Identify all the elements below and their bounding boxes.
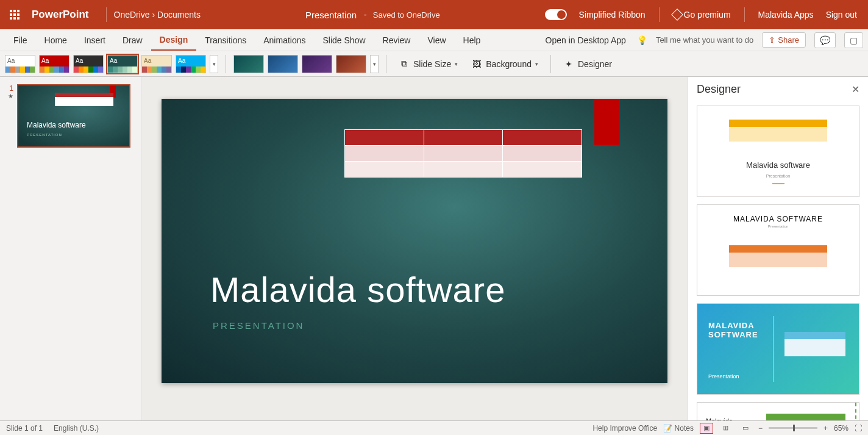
comments-button[interactable]: 💬 bbox=[814, 32, 836, 48]
fit-to-window-button[interactable]: ⛶ bbox=[855, 424, 862, 433]
tab-file[interactable]: File bbox=[5, 31, 36, 50]
slide-subtitle[interactable]: PRESENTATION bbox=[213, 320, 304, 331]
design-idea-4[interactable]: Malavida software bbox=[697, 402, 859, 420]
close-icon[interactable]: ✕ bbox=[852, 84, 859, 95]
tab-home[interactable]: Home bbox=[36, 31, 76, 50]
simplified-ribbon-toggle[interactable] bbox=[545, 9, 567, 20]
separator bbox=[106, 7, 107, 22]
zoom-in-button[interactable]: + bbox=[824, 424, 828, 433]
designer-title: Designer bbox=[697, 83, 741, 96]
designer-icon: ✦ bbox=[563, 59, 574, 70]
more-themes-button[interactable]: ▾ bbox=[210, 55, 218, 73]
reading-view-button[interactable]: ▭ bbox=[739, 423, 752, 434]
app-name: PowerPoint bbox=[32, 9, 89, 21]
thumbnail-title: Malavida software bbox=[27, 121, 86, 129]
separator bbox=[659, 7, 660, 22]
tab-help[interactable]: Help bbox=[455, 31, 489, 50]
workspace: 1 ★ Malavida software PRESENTATION Malav… bbox=[0, 77, 868, 420]
designer-header: Designer ✕ bbox=[688, 77, 868, 102]
accent-shape[interactable] bbox=[594, 99, 620, 145]
variant-3[interactable] bbox=[302, 55, 332, 73]
diamond-icon bbox=[671, 9, 683, 21]
tab-animations[interactable]: Animations bbox=[255, 31, 314, 50]
breadcrumb-folder[interactable]: Documents bbox=[157, 10, 201, 20]
sorter-view-button[interactable]: ⊞ bbox=[719, 423, 733, 434]
theme-red[interactable]: Aa bbox=[39, 55, 69, 73]
slide-thumbnail-1[interactable]: Malavida software PRESENTATION bbox=[17, 84, 130, 148]
normal-view-button[interactable]: ▣ bbox=[700, 423, 713, 434]
zoom-level[interactable]: 65% bbox=[834, 424, 848, 433]
share-button[interactable]: ⇪Share bbox=[762, 32, 806, 48]
slide-size-button[interactable]: ⧉Slide Size▾ bbox=[394, 56, 463, 72]
dash: - bbox=[364, 10, 367, 20]
tab-slide-show[interactable]: Slide Show bbox=[315, 31, 374, 50]
zoom-slider[interactable] bbox=[769, 427, 817, 429]
more-variants-button[interactable]: ▾ bbox=[370, 55, 379, 73]
user-name[interactable]: Malavida Apps bbox=[758, 10, 814, 20]
tab-review[interactable]: Review bbox=[374, 31, 419, 50]
present-button[interactable]: ▢ bbox=[844, 32, 863, 48]
lightbulb-icon: 💡 bbox=[637, 35, 647, 45]
language-button[interactable]: English (U.S.) bbox=[54, 424, 99, 433]
tell-me-search[interactable]: Tell me what you want to do bbox=[656, 35, 753, 45]
chevron-right-icon: › bbox=[152, 10, 155, 20]
zoom-out-button[interactable]: − bbox=[758, 424, 763, 433]
app-launcher-icon[interactable] bbox=[5, 5, 24, 24]
go-premium-button[interactable]: Go premium bbox=[673, 10, 731, 20]
thumbnail-subtitle: PRESENTATION bbox=[27, 133, 62, 137]
tab-view[interactable]: View bbox=[419, 31, 454, 50]
variant-2[interactable] bbox=[268, 55, 298, 73]
slide-table[interactable] bbox=[344, 129, 582, 178]
animation-indicator-icon: ★ bbox=[8, 93, 13, 99]
sign-out-button[interactable]: Sign out bbox=[826, 10, 857, 20]
design-idea-1[interactable]: Malavida software Presentation bbox=[697, 106, 859, 197]
share-icon: ⇪ bbox=[769, 35, 775, 45]
status-bar: Slide 1 of 1 English (U.S.) Help Improve… bbox=[0, 420, 868, 435]
tab-insert[interactable]: Insert bbox=[76, 31, 114, 50]
slide-counter[interactable]: Slide 1 of 1 bbox=[6, 424, 43, 433]
design-idea-2[interactable]: MALAVIDA SOFTWARE Presentation bbox=[697, 204, 859, 296]
design-ideas-list[interactable]: Malavida software Presentation MALAVIDA … bbox=[688, 102, 868, 420]
help-improve-button[interactable]: Help Improve Office bbox=[592, 424, 657, 433]
slide-title[interactable]: Malavida software bbox=[210, 269, 505, 310]
ribbon-tab-strip: File Home Insert Draw Design Transitions… bbox=[0, 29, 868, 51]
separator bbox=[744, 7, 745, 22]
document-title[interactable]: Presentation bbox=[305, 10, 357, 20]
title-bar: PowerPoint OneDrive › Documents Presenta… bbox=[0, 0, 868, 29]
open-in-desktop-button[interactable]: Open in Desktop App bbox=[543, 31, 628, 50]
thumbnail-row: 1 ★ Malavida software PRESENTATION bbox=[5, 84, 136, 148]
theme-teal-selected[interactable]: Aa bbox=[107, 55, 138, 73]
designer-button[interactable]: ✦Designer bbox=[558, 56, 617, 72]
slide-number: 1 bbox=[5, 84, 13, 93]
tab-draw[interactable]: Draw bbox=[114, 31, 151, 50]
tab-design[interactable]: Design bbox=[151, 30, 197, 51]
separator bbox=[226, 55, 226, 73]
separator bbox=[550, 55, 551, 73]
variant-4[interactable] bbox=[336, 55, 366, 73]
background-icon: 🖼 bbox=[471, 59, 482, 70]
table-preview bbox=[55, 93, 113, 106]
slide-canvas[interactable]: Malavida software PRESENTATION bbox=[141, 77, 688, 420]
chevron-down-icon: ▾ bbox=[455, 61, 458, 67]
slide[interactable]: Malavida software PRESENTATION bbox=[162, 99, 667, 383]
separator bbox=[386, 55, 386, 73]
slide-thumbnails-pane: 1 ★ Malavida software PRESENTATION bbox=[0, 77, 141, 420]
save-status: Saved to OneDrive bbox=[373, 10, 440, 20]
notes-button[interactable]: 📝 Notes bbox=[663, 424, 694, 433]
tab-transitions[interactable]: Transitions bbox=[196, 31, 255, 50]
theme-blue[interactable]: Aa bbox=[176, 55, 206, 73]
theme-dark[interactable]: Aa bbox=[73, 55, 104, 73]
variant-1[interactable] bbox=[233, 55, 264, 73]
theme-office[interactable]: Aa bbox=[5, 55, 35, 73]
simplified-ribbon-label[interactable]: Simplified Ribbon bbox=[579, 10, 646, 20]
designer-pane: Designer ✕ Malavida software Presentatio… bbox=[688, 77, 868, 420]
breadcrumb-root[interactable]: OneDrive bbox=[114, 10, 150, 20]
design-idea-3[interactable]: MALAVIDA SOFTWARE Presentation bbox=[697, 303, 859, 395]
background-button[interactable]: 🖼Background▾ bbox=[466, 56, 543, 72]
theme-tan[interactable]: Aa bbox=[141, 55, 172, 73]
ribbon-design: Aa Aa Aa Aa Aa Aa ▾ ▾ ⧉Slide Size▾ 🖼Back… bbox=[0, 51, 868, 77]
breadcrumb[interactable]: OneDrive › Documents bbox=[114, 10, 201, 20]
chevron-down-icon: ▾ bbox=[535, 61, 538, 67]
slide-size-icon: ⧉ bbox=[399, 59, 410, 70]
